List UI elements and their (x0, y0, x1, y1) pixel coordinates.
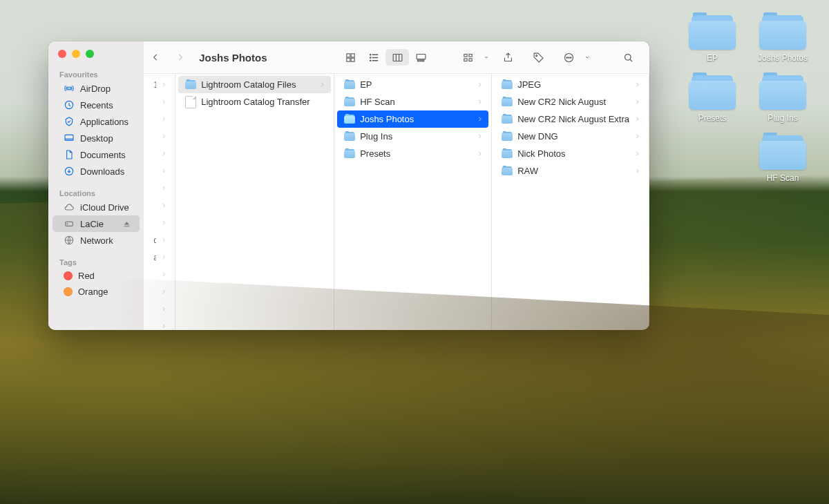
list-item[interactable]: HF Scan (337, 93, 488, 110)
desktop-folder-presets[interactable]: Presets (684, 75, 741, 123)
sidebar-item-icloud[interactable]: iCloud Drive (53, 199, 140, 215)
list-item[interactable] (146, 300, 172, 318)
globe-icon (64, 235, 75, 246)
list-item[interactable] (146, 162, 172, 180)
view-columns-button[interactable] (385, 49, 409, 66)
list-item[interactable]: ant (146, 249, 172, 266)
list-item-label: New DNG (517, 131, 629, 142)
cloud-icon (64, 202, 75, 213)
view-gallery-button[interactable] (409, 49, 432, 66)
list-item[interactable]: JPEG (495, 76, 646, 93)
back-button[interactable] (146, 48, 164, 66)
list-item[interactable] (146, 110, 172, 128)
view-list-button[interactable] (362, 49, 385, 66)
sidebar-item-label: Documents (80, 150, 131, 160)
minimize-button[interactable] (72, 50, 80, 58)
sidebar-item-desktop[interactable]: Desktop (53, 130, 140, 146)
list-item[interactable] (146, 197, 172, 214)
folder-icon (759, 135, 806, 170)
list-item-label: JPEG (517, 79, 629, 90)
folder-icon (689, 75, 736, 110)
forward-button[interactable] (171, 48, 189, 66)
list-item[interactable]: New CR2 Nick August Extra (495, 110, 646, 128)
desktop[interactable]: EP Joshs Photos Presets Plug Ins HF Scan… (0, 0, 829, 504)
desktop-folder-hf-scan[interactable]: HF Scan (754, 135, 811, 183)
list-item[interactable]: EP (337, 76, 488, 93)
desktop-folder-joshs-photos[interactable]: Joshs Photos (754, 15, 811, 63)
list-item[interactable] (146, 283, 172, 300)
list-item[interactable]: Lightroom Catalog Transfer (178, 93, 331, 110)
close-button[interactable] (58, 50, 66, 58)
list-item[interactable] (146, 214, 172, 231)
sidebar-section-favourites: Favourites (48, 68, 144, 80)
group-button[interactable] (456, 49, 479, 66)
list-item[interactable]: df (146, 231, 172, 249)
list-item-label: 17 (153, 78, 156, 91)
list-item-label: Plug Ins (360, 131, 472, 142)
desktop-folder-plug-ins[interactable]: Plug Ins (754, 75, 811, 123)
list-item[interactable] (146, 318, 172, 330)
view-grid-button[interactable] (339, 49, 362, 66)
search-button[interactable] (616, 49, 640, 66)
list-item[interactable]: Presets (337, 145, 488, 162)
chevron-right-icon (161, 168, 166, 174)
sidebar: Favourites AirDrop Recents Applications … (48, 41, 144, 330)
sidebar-item-airdrop[interactable]: AirDrop (53, 80, 140, 97)
desktop-folder-label: EP (707, 53, 718, 63)
sidebar-item-lacie[interactable]: LaCie (53, 215, 140, 232)
chevron-right-icon (175, 52, 185, 62)
svg-rect-10 (351, 58, 354, 61)
folder-icon (344, 97, 355, 106)
svg-point-12 (370, 57, 370, 57)
svg-rect-19 (464, 54, 466, 57)
list-item[interactable] (146, 128, 172, 145)
list-item[interactable]: Joshs Photos (337, 110, 488, 128)
chevron-left-icon (151, 52, 160, 62)
finder-window[interactable]: Favourites AirDrop Recents Applications … (48, 41, 649, 330)
list-item[interactable]: Lightroom Catalog Files (178, 76, 331, 93)
column-3[interactable]: JPEGNew CR2 Nick AugustNew CR2 Nick Augu… (492, 74, 649, 330)
chevron-right-icon (634, 81, 640, 88)
list-item[interactable] (146, 266, 172, 283)
chevron-right-icon (634, 168, 640, 174)
column-2[interactable]: EPHF ScanJoshs PhotosPlug InsPresets (334, 74, 492, 330)
sidebar-item-applications[interactable]: Applications (53, 113, 140, 130)
list-item[interactable] (146, 93, 172, 110)
list-item[interactable]: 17 (146, 76, 172, 93)
chevron-right-icon (161, 116, 166, 122)
folder-icon (502, 132, 513, 141)
list-item[interactable]: Nick Photos (495, 145, 646, 162)
chevron-right-icon (161, 220, 166, 226)
chevron-right-icon (161, 99, 166, 105)
list-item-label: RAW (517, 166, 629, 176)
chevron-right-icon (634, 151, 640, 157)
chevron-right-icon (634, 133, 640, 139)
column-partial[interactable]: 17dfant (144, 74, 175, 330)
sidebar-tag-orange[interactable]: Orange (53, 284, 140, 300)
list-item-label (153, 170, 156, 173)
sidebar-item-label: Desktop (80, 133, 131, 144)
share-button[interactable] (496, 49, 520, 66)
tag-button[interactable] (526, 49, 550, 66)
sidebar-item-downloads[interactable]: Downloads (53, 163, 140, 180)
column-1[interactable]: Lightroom Catalog FilesLightroom Catalog… (175, 74, 334, 330)
list-item-label: New CR2 Nick August (517, 97, 629, 107)
list-item[interactable]: New CR2 Nick August (495, 93, 646, 110)
list-item[interactable] (146, 180, 172, 197)
list-item[interactable]: New DNG (495, 128, 646, 145)
list-item[interactable]: Plug Ins (337, 128, 488, 145)
list-item[interactable] (146, 145, 172, 162)
sidebar-tag-red[interactable]: Red (53, 268, 140, 284)
sidebar-item-recents[interactable]: Recents (53, 97, 140, 113)
list-item[interactable]: RAW (495, 162, 646, 180)
desktop-folder-ep[interactable]: EP (684, 15, 741, 63)
tag-dot-icon (64, 287, 73, 296)
list-item-label (153, 204, 156, 207)
sidebar-item-documents[interactable]: Documents (53, 146, 140, 163)
more-button[interactable] (557, 49, 580, 66)
fullscreen-button[interactable] (86, 50, 94, 58)
folder-icon (502, 166, 513, 175)
folder-icon (502, 149, 513, 158)
eject-icon[interactable] (122, 220, 131, 229)
sidebar-item-network[interactable]: Network (53, 232, 140, 249)
